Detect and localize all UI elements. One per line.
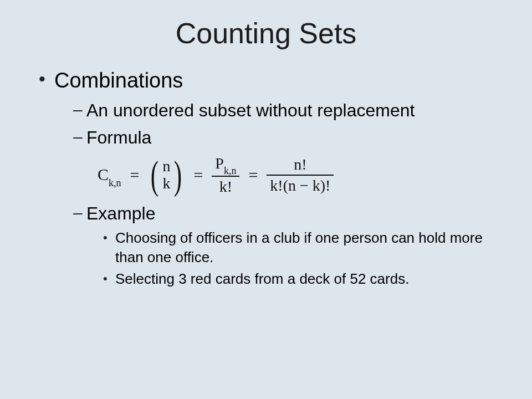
binomial: ( n k ) (148, 155, 185, 195)
bullet-list-level1: Combinations An unordered subset without… (33, 66, 499, 289)
sub-formula-label: Formula (86, 127, 151, 147)
fraction-2-den: k!(n − k)! (267, 177, 334, 195)
bullet-combinations: Combinations An unordered subset without… (39, 66, 499, 289)
equals-1: = (130, 163, 140, 187)
binomial-stack: n k (161, 158, 171, 192)
left-paren-icon: ( (151, 155, 158, 195)
slide-title: Counting Sets (33, 17, 499, 50)
binomial-top: n (162, 158, 170, 175)
sub-definition: An unordered subset without replacement (73, 98, 499, 123)
fraction-2: n! k!(n − k)! (267, 156, 334, 195)
fraction-2-bar (267, 175, 334, 176)
formula-lhs-sub: k,n (109, 177, 121, 188)
slide: Counting Sets Combinations An unordered … (0, 0, 532, 399)
equals-3: = (248, 163, 258, 187)
formula-lhs: Ck,n (98, 163, 121, 188)
bullet-list-level2: An unordered subset without replacement … (54, 98, 499, 289)
fraction-1-num: Pk,n (212, 155, 239, 175)
bullet-list-level3: Choosing of officers in a club if one pe… (86, 228, 499, 289)
example-item-1: Choosing of officers in a club if one pe… (103, 228, 499, 267)
fraction-1: Pk,n k! (212, 155, 239, 196)
formula-lhs-main: C (98, 165, 109, 183)
sub-example: Example Choosing of officers in a club i… (73, 201, 499, 289)
example-item-1-text: Choosing of officers in a club if one pe… (115, 229, 483, 265)
sub-formula: Formula Ck,n = ( n k ) (73, 125, 499, 196)
right-paren-icon: ) (174, 155, 182, 195)
equals-2: = (193, 163, 203, 187)
bullet-combinations-label: Combinations (54, 69, 183, 92)
formula-expression: Ck,n = ( n k ) = (98, 155, 499, 196)
sub-example-label: Example (86, 203, 156, 223)
fraction-1-num-sub: k,n (224, 165, 237, 176)
sub-definition-text: An unordered subset without replacement (86, 100, 415, 120)
example-item-2: Selecting 3 red cards from a deck of 52 … (103, 269, 499, 289)
fraction-1-num-main: P (215, 155, 224, 172)
example-item-2-text: Selecting 3 red cards from a deck of 52 … (115, 270, 409, 287)
fraction-1-den: k! (216, 178, 236, 196)
fraction-2-num: n! (290, 156, 310, 173)
binomial-bottom: k (162, 175, 170, 192)
